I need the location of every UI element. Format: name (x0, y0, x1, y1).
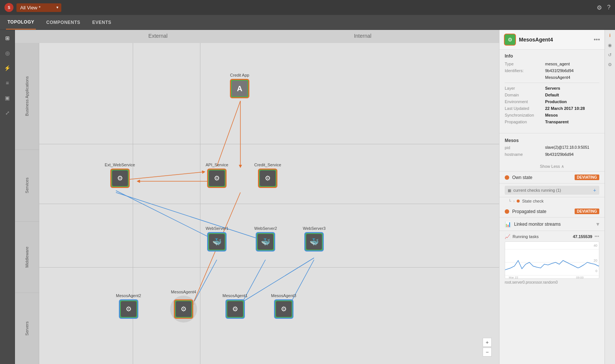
node-mesos4[interactable]: MesosAgent4 ⚙ (170, 290, 197, 323)
node-box-webserver3[interactable]: 🐳 (304, 232, 324, 252)
checks-text: current checks running (1) (513, 188, 591, 192)
svg-line-5 (116, 191, 217, 241)
sidebar-icon-list[interactable]: ≡ (4, 78, 10, 87)
svg-line-3 (129, 172, 204, 179)
info-title: Info (505, 53, 599, 59)
check-dot (517, 200, 520, 203)
app-icon: S (4, 3, 13, 12)
chart-bottom-label: root.server0.processor.random0 (505, 280, 599, 284)
node-box-mesos4[interactable]: ⚙ (174, 299, 193, 319)
zone-external-label: External (90, 33, 226, 39)
right-panel: ⚙ MesosAgent4 ••• Info Type mesos_agent … (499, 30, 605, 364)
sidebar-icon-grid[interactable]: ⊞ (4, 34, 11, 43)
node-box-api-service[interactable]: ⚙ (207, 169, 227, 188)
topology-canvas[interactable]: External Internal Business Applications … (15, 30, 499, 364)
node-box-ext-webservice[interactable]: ⚙ (110, 169, 130, 188)
propagated-state-dot (505, 209, 509, 214)
svg-line-1 (217, 101, 240, 166)
view-selector-wrap[interactable]: All View * (16, 3, 61, 12)
sidebar-icon-layers[interactable]: ◎ (4, 49, 11, 58)
chart-header: 📈 Running tasks 47.155539 ••• (505, 234, 599, 239)
sidebar-icon-expand[interactable]: ⤢ (4, 108, 11, 117)
svg-line-4 (116, 192, 265, 241)
tree-arrow-icon: › (513, 199, 514, 203)
node-box-webserver1[interactable]: 🐳 (207, 232, 227, 252)
tab-components[interactable]: COMPONENTS (45, 15, 82, 30)
own-state-dot (505, 175, 509, 180)
zoom-in-button[interactable]: + (483, 338, 492, 347)
info-row-domain: Domain Default (505, 93, 599, 97)
node-box-mesos2[interactable]: ⚙ (119, 299, 138, 319)
node-inner-credit-service: ⚙ (260, 170, 276, 186)
linked-arrow-button[interactable]: ▾ (596, 220, 599, 228)
info-row-sync: Synchronization Mesos (505, 113, 599, 117)
node-box-credit-service[interactable]: ⚙ (258, 169, 277, 188)
chart-more-button[interactable]: ••• (594, 234, 599, 239)
mesos-row-hostname: hostname 9b431f29b6d94 (505, 152, 599, 157)
chart-value: 47.155539 (573, 234, 592, 239)
info-divider-1 (505, 83, 599, 83)
node-ext-webservice[interactable]: Ext_WebService ⚙ (105, 163, 135, 188)
info-row-type: Type mesos_agent (505, 62, 599, 66)
zoom-out-button[interactable]: − (483, 348, 492, 357)
node-inner-mesos3: ⚙ (276, 301, 292, 317)
node-mesos3[interactable]: MesosAgent3 ⚙ (271, 293, 296, 319)
checks-add-button[interactable]: + (593, 187, 596, 193)
propagated-state-row: Propagated state DEVIATING (499, 206, 605, 218)
sidebar-icon-screen[interactable]: ▣ (3, 93, 11, 102)
node-webserver3[interactable]: WebServer3 🐳 (303, 226, 326, 252)
node-mesos2[interactable]: MesosAgent2 ⚙ (116, 293, 141, 319)
zoom-controls: + − (483, 338, 492, 357)
view-selector[interactable]: All View * (16, 3, 61, 12)
right-panel-wrapper: ⚙ MesosAgent4 ••• Info Type mesos_agent … (499, 30, 615, 364)
checks-row: ▦ current checks running (1) + (499, 183, 605, 197)
own-state-badge: DEVIATING (575, 175, 599, 180)
chart-container: 40 20 0 Mar 22 09:00 (505, 241, 599, 279)
node-api-service[interactable]: API_Service ⚙ (206, 163, 228, 188)
info-row-updated: Last Updated 22 March 2017 10:28 (505, 106, 599, 111)
chart-y-label-0: 0 (596, 269, 597, 273)
node-box-mesos3[interactable]: ⚙ (274, 299, 293, 319)
svg-text:09:00: 09:00 (576, 276, 584, 278)
node-credit-app[interactable]: Credit App A (230, 73, 249, 98)
row-label-servers: Servers (25, 321, 29, 336)
node-box-webserver2[interactable]: 🐳 (256, 232, 275, 252)
node-mesos1[interactable]: MesosAgent1 ⚙ (222, 293, 247, 319)
help-icon[interactable]: ? (607, 4, 611, 11)
sidebar-icon-lightning[interactable]: ⚡ (3, 64, 12, 73)
monitor-icon: 📊 (505, 221, 511, 227)
show-less-button[interactable]: Show Less ∧ (499, 162, 605, 172)
settings-icon[interactable]: ⚙ (597, 4, 602, 11)
node-inner-webserver3: 🐳 (306, 234, 322, 250)
linked-label: Linked monitor streams (514, 222, 593, 227)
chart-icon: 📈 (505, 234, 510, 239)
panel-more-button[interactable]: ••• (594, 36, 600, 43)
tab-topology[interactable]: TOPOLOGY (6, 15, 36, 30)
node-box-mesos1[interactable]: ⚙ (225, 299, 245, 319)
node-webserver2[interactable]: WebServer2 🐳 (254, 226, 277, 252)
panel-refresh-icon[interactable]: ↺ (608, 52, 612, 58)
nav-tabs: TOPOLOGY COMPONENTS EVENTS (0, 15, 615, 30)
panel-settings-icon[interactable]: ⚙ (608, 62, 612, 67)
info-row-id2: MesosAgent4 (505, 75, 599, 80)
chart-svg: Mar 22 09:00 (505, 242, 599, 278)
node-webserver1[interactable]: WebServer1 🐳 (206, 226, 228, 252)
node-inner-mesos1: ⚙ (227, 301, 243, 317)
node-box-credit-app[interactable]: A (230, 79, 249, 98)
tab-events[interactable]: EVENTS (91, 15, 113, 30)
node-inner-mesos4: ⚙ (176, 301, 191, 317)
tree-corner-icon: └ (508, 199, 511, 203)
agent-icon: ⚙ (504, 34, 516, 46)
row-label-services: Services (25, 178, 29, 193)
panel-location-icon[interactable]: ◉ (608, 43, 612, 48)
node-inner-webserver2: 🐳 (258, 234, 273, 250)
state-check-row: └ › State check (499, 197, 605, 206)
agent-title: MesosAgent4 (519, 37, 591, 43)
topbar-left: S All View * (4, 3, 61, 12)
chart-y-label-40: 40 (594, 244, 597, 247)
node-inner-mesos2: ⚙ (121, 301, 136, 317)
chart-area: 📈 Running tasks 47.155539 ••• 40 20 0 (499, 231, 605, 287)
linked-monitor-row: 📊 Linked monitor streams ▾ (499, 218, 605, 231)
panel-tab-icon[interactable]: i (609, 33, 611, 38)
node-credit-service[interactable]: Credit_Service ⚙ (254, 163, 281, 188)
